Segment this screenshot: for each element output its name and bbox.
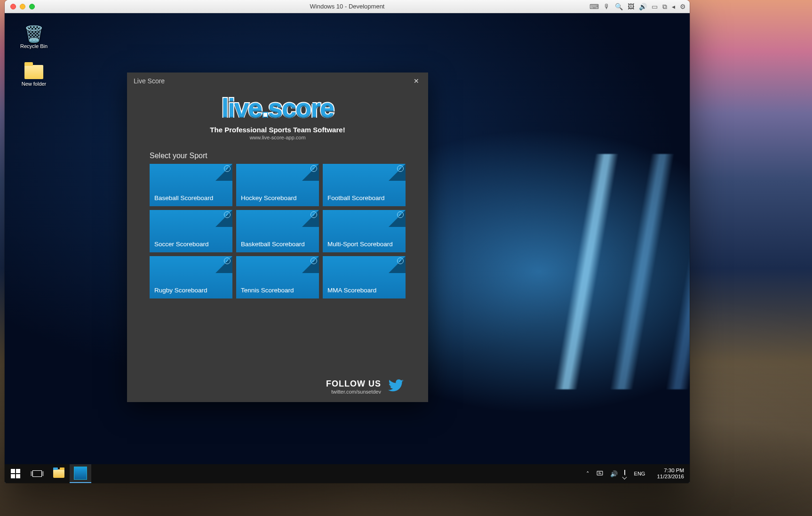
taskbar-time: 7:30 PM bbox=[657, 468, 684, 474]
tablet-icon[interactable]: ▭ bbox=[652, 3, 658, 10]
tile-label: Multi-Sport Scoreboard bbox=[327, 241, 393, 248]
volume-icon[interactable]: 🔊 bbox=[610, 470, 618, 477]
desktop-icon-label: Recycle Bin bbox=[16, 43, 52, 49]
check-icon bbox=[310, 165, 317, 172]
close-icon[interactable] bbox=[10, 4, 16, 9]
tile-label: Rugby Scoreboard bbox=[154, 287, 207, 294]
file-explorer-button[interactable] bbox=[48, 464, 70, 483]
check-icon bbox=[397, 165, 404, 172]
start-button[interactable] bbox=[5, 464, 26, 483]
new-folder-icon[interactable]: New folder bbox=[16, 63, 52, 87]
live-score-app-icon bbox=[74, 467, 87, 480]
mac-titlebar: Windows 10 - Development ⌨ 🎙 🔍 🖼 🔊 ▭ ⧉ ◂… bbox=[5, 0, 690, 13]
desktop-icons: 🗑️ Recycle Bin New folder bbox=[16, 24, 52, 87]
follow-us-handle: twitter.com/sunsetdev bbox=[326, 389, 381, 395]
action-center-icon[interactable] bbox=[624, 470, 625, 477]
windows-logo-icon bbox=[11, 469, 20, 478]
mac-window-title: Windows 10 - Development bbox=[5, 3, 690, 10]
tile-hockey[interactable]: Hockey Scoreboard bbox=[236, 164, 319, 206]
tile-football[interactable]: Football Scoreboard bbox=[323, 164, 406, 206]
vm-host-toolbar: ⌨ 🎙 🔍 🖼 🔊 ▭ ⧉ ◂ ⚙ bbox=[589, 3, 686, 10]
pip-icon[interactable]: ⧉ bbox=[662, 3, 667, 10]
logo-text-left: live bbox=[222, 93, 262, 122]
check-icon bbox=[224, 258, 231, 264]
app-title: Live Score bbox=[134, 77, 165, 85]
search-icon[interactable]: 🔍 bbox=[615, 3, 623, 10]
app-logo: live.score The Professional Sports Team … bbox=[150, 92, 406, 140]
app-titlebar[interactable]: Live Score ✕ bbox=[127, 73, 428, 89]
tile-multi-sport[interactable]: Multi-Sport Scoreboard bbox=[323, 210, 406, 252]
gear-icon[interactable]: ⚙ bbox=[680, 3, 686, 10]
tile-baseball[interactable]: Baseball Scoreboard bbox=[150, 164, 232, 206]
tile-label: Football Scoreboard bbox=[327, 194, 385, 202]
tile-label: Basketball Scoreboard bbox=[241, 241, 305, 248]
keyboard-icon[interactable]: ⌨ bbox=[589, 3, 599, 10]
tile-label: Soccer Scoreboard bbox=[154, 241, 209, 248]
check-icon bbox=[397, 258, 404, 264]
tile-label: Hockey Scoreboard bbox=[241, 194, 297, 202]
follow-us-title: FOLLOW US bbox=[326, 379, 381, 389]
app-site-url: www.live-score-app.com bbox=[150, 135, 406, 140]
windows-desktop[interactable]: 🗑️ Recycle Bin New folder Live Score ✕ bbox=[5, 13, 690, 483]
tile-label: Tennis Scoreboard bbox=[241, 287, 294, 294]
volume-icon[interactable]: 🔊 bbox=[639, 3, 647, 10]
taskbar-clock[interactable]: 7:30 PM 11/23/2016 bbox=[654, 468, 687, 480]
live-score-window: Live Score ✕ live.score The Professional… bbox=[127, 73, 428, 402]
follow-us[interactable]: FOLLOW US twitter.com/sunsetdev bbox=[150, 370, 406, 395]
select-sport-label: Select your Sport bbox=[150, 152, 406, 160]
live-score-taskbar-button[interactable] bbox=[70, 464, 91, 483]
zoom-icon[interactable] bbox=[29, 4, 35, 9]
sport-tile-grid: Baseball Scoreboard Hockey Scoreboard Fo… bbox=[150, 164, 406, 298]
app-body: live.score The Professional Sports Team … bbox=[127, 89, 428, 402]
tile-soccer[interactable]: Soccer Scoreboard bbox=[150, 210, 232, 252]
mic-icon[interactable]: 🎙 bbox=[604, 3, 610, 10]
camera-icon[interactable]: 🖼 bbox=[628, 3, 634, 10]
check-icon bbox=[397, 211, 404, 218]
vm-host-window: Windows 10 - Development ⌨ 🎙 🔍 🖼 🔊 ▭ ⧉ ◂… bbox=[5, 0, 690, 483]
windows-taskbar: ˄ 🔊 ENG 7:30 PM 11/23/2016 bbox=[5, 464, 690, 483]
tile-basketball[interactable]: Basketball Scoreboard bbox=[236, 210, 319, 252]
folder-icon bbox=[24, 65, 43, 79]
file-explorer-icon bbox=[53, 469, 64, 478]
check-icon bbox=[224, 165, 231, 172]
task-view-icon bbox=[32, 470, 42, 477]
tile-label: Baseball Scoreboard bbox=[154, 194, 213, 202]
twitter-icon[interactable] bbox=[387, 378, 406, 395]
check-icon bbox=[310, 211, 317, 218]
mac-desktop-background: Windows 10 - Development ⌨ 🎙 🔍 🖼 🔊 ▭ ⧉ ◂… bbox=[0, 0, 812, 516]
check-icon bbox=[224, 211, 231, 218]
desktop-icon-label: New folder bbox=[16, 81, 52, 87]
tile-rugby[interactable]: Rugby Scoreboard bbox=[150, 256, 232, 298]
recycle-bin-icon[interactable]: 🗑️ Recycle Bin bbox=[16, 24, 52, 49]
minimize-icon[interactable] bbox=[20, 4, 25, 9]
tile-tennis[interactable]: Tennis Scoreboard bbox=[236, 256, 319, 298]
mac-traffic-lights bbox=[10, 4, 35, 9]
check-icon bbox=[310, 258, 317, 264]
network-icon[interactable] bbox=[596, 470, 604, 478]
app-tagline: The Professional Sports Team Software! bbox=[150, 126, 406, 134]
logo-text-right: score bbox=[268, 93, 334, 122]
back-icon[interactable]: ◂ bbox=[672, 3, 675, 10]
language-indicator[interactable]: ENG bbox=[632, 469, 648, 478]
logo-text-dot: . bbox=[262, 93, 268, 122]
task-view-button[interactable] bbox=[26, 464, 48, 483]
trash-icon: 🗑️ bbox=[16, 24, 52, 43]
tray-chevron-icon[interactable]: ˄ bbox=[586, 470, 589, 477]
taskbar-date: 11/23/2016 bbox=[657, 474, 684, 480]
close-button[interactable]: ✕ bbox=[409, 74, 423, 88]
tile-mma[interactable]: MMA Scoreboard bbox=[323, 256, 406, 298]
tile-label: MMA Scoreboard bbox=[327, 287, 376, 294]
